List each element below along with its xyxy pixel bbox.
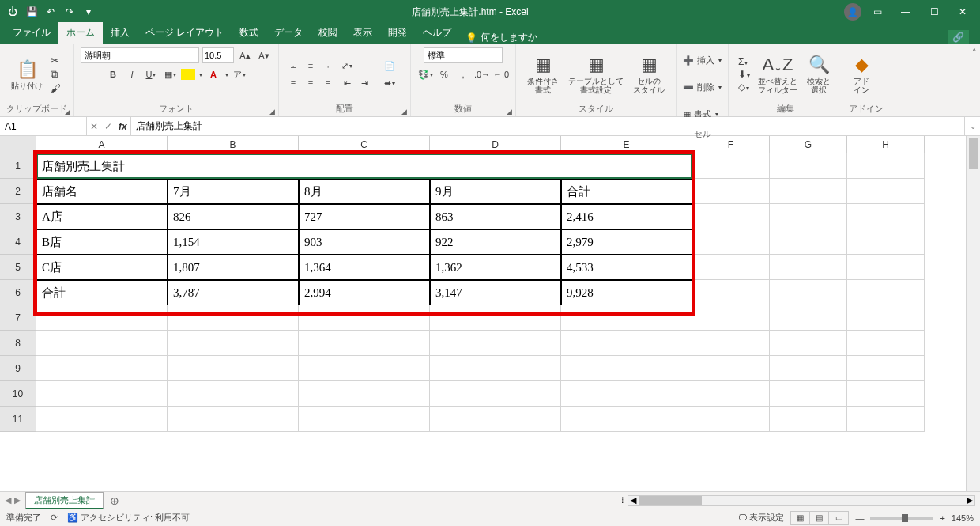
- zoom-level[interactable]: 145%: [952, 513, 974, 523]
- cell-C3[interactable]: 727: [299, 204, 430, 229]
- tab-formulas[interactable]: 数式: [232, 22, 266, 44]
- cell-E6[interactable]: 9,928: [561, 280, 692, 305]
- cut-icon[interactable]: ✂: [51, 55, 61, 66]
- cell-G6[interactable]: [770, 280, 847, 305]
- cell-G5[interactable]: [770, 255, 847, 280]
- accessibility-status[interactable]: ♿ アクセシビリティ: 利用不可: [67, 512, 190, 524]
- cell-F3[interactable]: [692, 204, 770, 229]
- find-select-button[interactable]: 🔍検索と 選択: [802, 53, 835, 96]
- cell-G9[interactable]: [770, 356, 847, 381]
- select-all-corner[interactable]: [0, 136, 36, 153]
- cell-H6[interactable]: [847, 280, 925, 305]
- sheet-nav-next-icon[interactable]: ▶: [14, 495, 21, 505]
- sheet-tab-active[interactable]: 店舗別売上集計: [25, 492, 104, 509]
- cell-F2[interactable]: [692, 179, 770, 204]
- cell-A11[interactable]: [36, 407, 168, 432]
- cell-H8[interactable]: [847, 331, 925, 356]
- cell-F1[interactable]: [692, 153, 770, 179]
- expand-formula-bar-icon[interactable]: ⌄: [964, 117, 980, 135]
- cell-G2[interactable]: [770, 179, 847, 204]
- font-color-button[interactable]: A: [205, 66, 221, 82]
- number-launcher-icon[interactable]: ◢: [507, 108, 512, 115]
- name-box[interactable]: [0, 117, 87, 135]
- page-layout-view-icon[interactable]: ▤: [810, 512, 829, 524]
- format-as-table-button[interactable]: ▦テーブルとして 書式設定: [564, 53, 628, 96]
- cell-A4[interactable]: B店: [36, 229, 168, 255]
- cell-B7[interactable]: [168, 305, 299, 331]
- cell-A7[interactable]: [36, 305, 168, 331]
- italic-button[interactable]: I: [124, 66, 140, 82]
- cell-B6[interactable]: 3,787: [168, 280, 299, 305]
- vertical-scrollbar[interactable]: [966, 136, 980, 491]
- cell-H7[interactable]: [847, 305, 925, 331]
- cell-E9[interactable]: [561, 356, 692, 381]
- number-format-select[interactable]: [424, 47, 503, 63]
- cell-B4[interactable]: 1,154: [168, 229, 299, 255]
- row-header-11[interactable]: 11: [0, 407, 36, 432]
- cell-D8[interactable]: [430, 331, 561, 356]
- collapse-ribbon-icon[interactable]: ˄: [972, 47, 977, 58]
- tab-file[interactable]: ファイル: [5, 22, 58, 44]
- cell-D5[interactable]: 1,362: [430, 255, 561, 280]
- fill-icon[interactable]: ⬇▾: [738, 69, 750, 80]
- cell-A8[interactable]: [36, 331, 168, 356]
- undo-icon[interactable]: ↶: [44, 6, 57, 18]
- tab-developer[interactable]: 開発: [380, 22, 415, 44]
- normal-view-icon[interactable]: ▦: [791, 512, 810, 524]
- cell-C7[interactable]: [299, 305, 430, 331]
- align-left-icon[interactable]: ≡: [285, 75, 301, 91]
- clipboard-launcher-icon[interactable]: ◢: [65, 108, 70, 115]
- cell-B2[interactable]: 7月: [168, 179, 299, 204]
- cell-H4[interactable]: [847, 229, 925, 255]
- col-header-H[interactable]: H: [847, 136, 925, 153]
- qat-customize-icon[interactable]: ▾: [82, 6, 95, 18]
- cell-B10[interactable]: [168, 381, 299, 407]
- decrease-font-icon[interactable]: A▾: [256, 47, 272, 63]
- align-top-icon[interactable]: ⫠: [285, 58, 301, 74]
- cell-G4[interactable]: [770, 229, 847, 255]
- increase-font-icon[interactable]: A▴: [237, 47, 253, 63]
- save-icon[interactable]: 💾: [25, 6, 38, 18]
- font-launcher-icon[interactable]: ◢: [270, 108, 275, 115]
- cell-D4[interactable]: 922: [430, 229, 561, 255]
- tell-me-search[interactable]: 💡 何をしますか: [466, 31, 537, 44]
- delete-cells-button[interactable]: ➖削除▾: [683, 74, 722, 100]
- cell-H10[interactable]: [847, 381, 925, 407]
- font-name-select[interactable]: [81, 47, 199, 63]
- cell-H2[interactable]: [847, 179, 925, 204]
- sort-filter-button[interactable]: A↓Z並べ替えと フィルター: [753, 53, 802, 96]
- tab-insert[interactable]: 挿入: [103, 22, 138, 44]
- minimize-icon[interactable]: —: [893, 2, 918, 21]
- cell-F11[interactable]: [692, 407, 770, 432]
- borders-button[interactable]: ▦▾: [162, 66, 178, 82]
- ribbon-display-icon[interactable]: ▭: [865, 2, 890, 21]
- cell-D11[interactable]: [430, 407, 561, 432]
- row-header-3[interactable]: 3: [0, 204, 36, 229]
- sheet-nav-prev-icon[interactable]: ◀: [5, 495, 11, 505]
- share-button[interactable]: 🔗: [948, 30, 969, 44]
- cell-C11[interactable]: [299, 407, 430, 432]
- orientation-icon[interactable]: ⤢▾: [339, 58, 355, 74]
- fontcolor-dropdown-icon[interactable]: ▾: [225, 71, 228, 78]
- cell-B3[interactable]: 826: [168, 204, 299, 229]
- page-break-view-icon[interactable]: ▭: [829, 512, 848, 524]
- addins-button[interactable]: ◆アド イン: [849, 53, 874, 96]
- horizontal-scrollbar[interactable]: ⁞ ◀▶: [126, 495, 980, 506]
- row-header-10[interactable]: 10: [0, 381, 36, 407]
- tab-data[interactable]: データ: [266, 22, 311, 44]
- cell-A9[interactable]: [36, 356, 168, 381]
- cell-A6[interactable]: 合計: [36, 280, 168, 305]
- font-size-select[interactable]: [202, 47, 234, 63]
- cell-C8[interactable]: [299, 331, 430, 356]
- cell-A10[interactable]: [36, 381, 168, 407]
- maximize-icon[interactable]: ☐: [922, 2, 947, 21]
- cell-E4[interactable]: 2,979: [561, 229, 692, 255]
- cell-F7[interactable]: [692, 305, 770, 331]
- cell-A2[interactable]: 店舗名: [36, 179, 168, 204]
- row-header-8[interactable]: 8: [0, 331, 36, 356]
- cell-D7[interactable]: [430, 305, 561, 331]
- align-bottom-icon[interactable]: ⫟: [320, 58, 336, 74]
- cell-H3[interactable]: [847, 204, 925, 229]
- comma-format-icon[interactable]: ,: [455, 66, 471, 82]
- tab-page-layout[interactable]: ページ レイアウト: [138, 22, 232, 44]
